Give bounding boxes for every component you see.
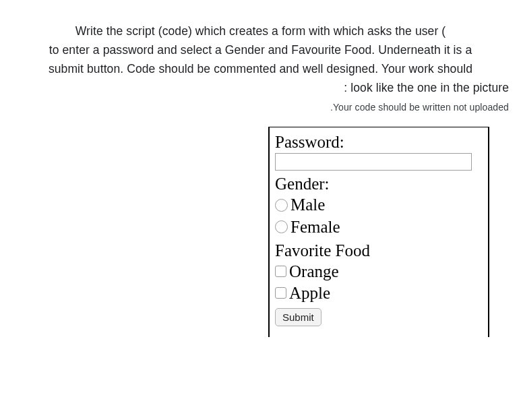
gender-option-male[interactable]: Male	[275, 194, 483, 215]
submit-button[interactable]: Submit	[275, 308, 321, 326]
gender-option-female[interactable]: Female	[275, 216, 483, 237]
checkbox-icon	[275, 266, 286, 277]
question-line-4: : look like the one in the picture	[12, 78, 509, 97]
example-form: Password: Gender: Male Female Favorite F…	[268, 127, 489, 337]
radio-icon	[275, 220, 288, 233]
gender-option-label: Male	[290, 194, 325, 215]
checkbox-icon	[275, 287, 286, 299]
food-option-orange[interactable]: Orange	[275, 261, 483, 282]
question-subnote: .Your code should be written not uploade…	[12, 100, 509, 115]
password-input[interactable]	[275, 153, 472, 171]
question-line-1: Write the script (code) which creates a …	[12, 22, 509, 40]
gender-option-label: Female	[290, 216, 340, 237]
question-text: Write the script (code) which creates a …	[12, 22, 509, 115]
password-label: Password:	[275, 133, 483, 152]
food-option-label: Apple	[289, 282, 330, 303]
gender-label: Gender:	[275, 175, 483, 193]
question-line-2: to enter a password and select a Gender …	[12, 40, 509, 59]
food-option-apple[interactable]: Apple	[275, 282, 483, 303]
food-label: Favorite Food	[275, 241, 483, 260]
food-option-label: Orange	[289, 261, 339, 282]
radio-icon	[275, 199, 288, 212]
question-line-3: submit button. Code should be commented …	[12, 59, 509, 78]
